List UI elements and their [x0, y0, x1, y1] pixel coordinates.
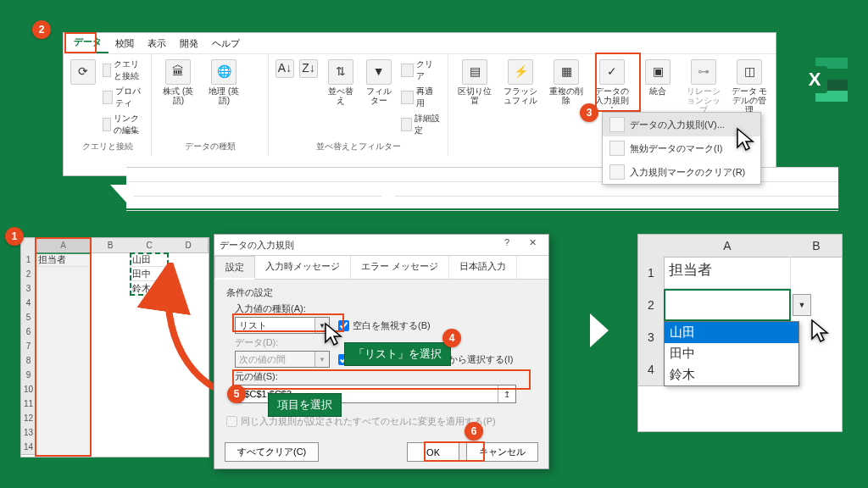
tab-view[interactable]: 表示 [141, 34, 173, 53]
row-header[interactable]: 6 [21, 324, 36, 340]
col-header-C[interactable]: C [130, 238, 170, 253]
reapply-icon [401, 91, 414, 104]
dlg-tab-input[interactable]: 入力時メッセージ [255, 256, 351, 279]
data-model-button[interactable]: ◫データ モデルの管理 [728, 58, 771, 116]
dd-validation-settings[interactable]: データの入力規則(V)... [603, 113, 760, 136]
stocks-icon: 🏛 [165, 59, 191, 85]
row-header[interactable]: 1 [21, 252, 36, 268]
tab-help[interactable]: ヘルプ [205, 34, 247, 53]
dd-clear-circles[interactable]: 入力規則マークのクリア(R) [603, 160, 760, 184]
cell-A1[interactable]: 担当者 [664, 257, 791, 289]
tab-data[interactable]: データ [67, 32, 108, 53]
col-header-B[interactable]: B [791, 235, 843, 258]
clear-all-button[interactable]: すべてクリア(C) [225, 442, 319, 462]
callout-source: 項目を選択 [268, 393, 342, 417]
sort-desc-button[interactable]: Z↓ [298, 58, 320, 80]
sort-asc-button[interactable]: A↓ [274, 58, 296, 80]
queries-conn[interactable]: クエリと接続 [101, 58, 146, 83]
allow-combo[interactable]: リスト▼ [235, 317, 330, 334]
col-header-D[interactable]: D [169, 238, 209, 253]
row-header[interactable]: 2 [21, 267, 36, 282]
dropdown-button[interactable]: ▼ [793, 294, 811, 316]
dropdown-option[interactable]: 田中 [665, 343, 798, 364]
row-header[interactable]: 10 [21, 382, 36, 397]
select-all-corner[interactable] [21, 238, 36, 253]
stocks-button[interactable]: 🏛株式 (英語) [157, 58, 199, 107]
text-to-cols-button[interactable]: ▤区切り位置 [453, 58, 496, 107]
row-header[interactable]: 4 [21, 296, 36, 311]
row-header[interactable]: 9 [21, 368, 36, 383]
consolidate-button[interactable]: ▣統合 [637, 58, 679, 97]
tab-dev[interactable]: 開発 [173, 34, 205, 53]
col-header-B[interactable]: B [91, 238, 131, 253]
row-header[interactable]: 5 [21, 310, 36, 325]
arrow-right-icon [590, 313, 609, 347]
row-header[interactable]: 7 [21, 339, 36, 354]
dropdown-option[interactable]: 山田 [665, 322, 798, 343]
badge-1: 1 [5, 227, 24, 246]
row-header[interactable]: 3 [21, 281, 36, 297]
row-header[interactable]: 8 [21, 353, 36, 369]
row-header[interactable]: 14 [21, 440, 36, 455]
properties-icon [103, 91, 113, 104]
close-button[interactable]: ✕ [521, 237, 543, 252]
help-button[interactable]: ? [496, 237, 518, 252]
filter-button[interactable]: ▼フィルター [361, 58, 396, 107]
cell-C3[interactable]: 鈴木 [130, 281, 169, 296]
dropdown-option[interactable]: 鈴木 [665, 364, 798, 385]
group-label: 並べ替えとフィルター [274, 139, 442, 154]
ok-button[interactable]: OK [407, 442, 459, 462]
dup-icon: ▦ [554, 59, 579, 85]
row-header[interactable]: 4 [638, 353, 665, 386]
row-header[interactable]: 1 [638, 257, 665, 290]
advanced-filter[interactable]: 詳細設定 [399, 112, 442, 137]
ignore-blank-checkbox[interactable]: 空白を無視する(B) [338, 319, 431, 332]
dlg-tab-settings[interactable]: 設定 [214, 256, 255, 280]
flashfill-button[interactable]: ⚡フラッシュフィル [499, 58, 542, 107]
callout-list: 「リスト」を選択 [344, 342, 451, 366]
sort-asc-icon: A↓ [275, 59, 294, 78]
clear-filter[interactable]: クリア [399, 58, 442, 83]
dd-circle-invalid[interactable]: 無効データのマーク(I) [603, 136, 760, 160]
excel-logo: X [798, 53, 853, 107]
circle-icon [609, 141, 625, 156]
row-header[interactable]: 12 [21, 411, 36, 426]
clear-icon [401, 64, 414, 77]
remove-dup-button[interactable]: ▦重複の削除 [545, 58, 587, 107]
row-header[interactable]: 13 [21, 425, 36, 441]
apply-all-checkbox: 同じ入力規則が設定されたすべてのセルに変更を適用する(P) [226, 415, 496, 428]
relationships-button[interactable]: ⊶リレーションシップ [682, 58, 725, 116]
geo-button[interactable]: 🌐地理 (英語) [203, 58, 245, 107]
ribbon-tabs: データ 校閲 表示 開発 ヘルプ [64, 33, 776, 53]
section-label: 条件の設定 [226, 286, 537, 299]
cell-C2[interactable]: 田中 [130, 267, 169, 281]
group-label: データの種類 [157, 139, 263, 154]
sort-button[interactable]: ⇅並べ替え [323, 58, 358, 107]
row-header[interactable]: 3 [638, 321, 665, 354]
range-picker-button[interactable]: ↥ [498, 385, 515, 402]
col-header-A[interactable]: A [664, 235, 792, 258]
dropdown-list: 山田 田中 鈴木 [664, 321, 799, 386]
select-all-corner[interactable] [638, 235, 665, 258]
arrow-down-icon [371, 185, 405, 203]
edit-links[interactable]: リンクの編集 [101, 112, 146, 137]
dlg-tab-ime[interactable]: 日本語入力 [449, 256, 517, 279]
cell-A1[interactable]: 担当者 [36, 252, 91, 267]
cell-C1[interactable]: 山田 [130, 252, 169, 267]
cancel-button[interactable]: キャンセル [466, 442, 538, 462]
source-label: 元の値(S): [235, 370, 537, 383]
dlg-tab-error[interactable]: エラー メッセージ [351, 256, 449, 279]
properties[interactable]: プロパティ [101, 85, 146, 110]
data-combo: 次の値の間▼ [235, 351, 330, 368]
reapply-filter[interactable]: 再適用 [399, 85, 442, 110]
row-header[interactable]: 11 [21, 396, 36, 412]
refresh-all-button[interactable]: ⟳ [69, 58, 97, 86]
row-header[interactable]: 2 [638, 289, 665, 322]
sort-icon: ⇅ [328, 59, 353, 85]
dialog-titlebar: データの入力規則 ? ✕ [214, 235, 548, 256]
badge-6: 6 [465, 422, 483, 441]
link-icon [103, 64, 111, 77]
chevron-down-icon: ▼ [314, 352, 329, 367]
tab-review[interactable]: 校閲 [108, 34, 141, 53]
cell-A2[interactable] [664, 289, 791, 321]
